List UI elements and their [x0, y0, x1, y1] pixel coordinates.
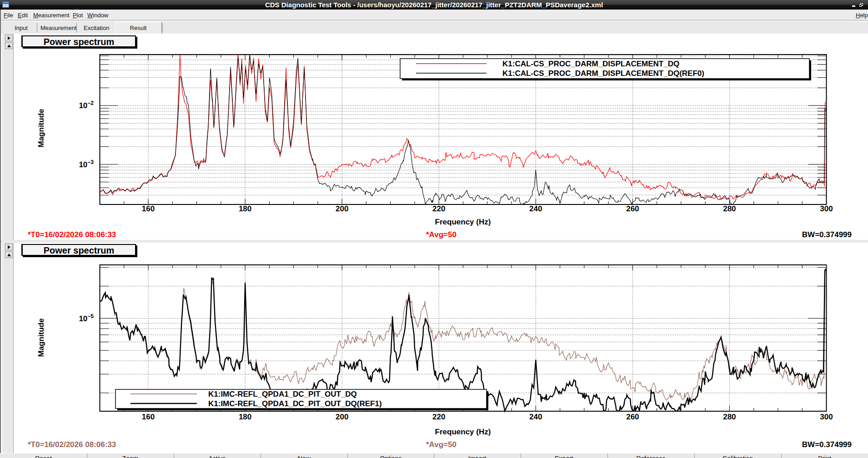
svg-text:180: 180: [239, 204, 251, 213]
svg-text:Magnitude: Magnitude: [37, 319, 45, 357]
svg-text:280: 280: [723, 413, 736, 421]
svg-text:160: 160: [142, 204, 155, 213]
svg-text:200: 200: [336, 413, 348, 421]
svg-text:BW=0.374999: BW=0.374999: [802, 230, 852, 239]
svg-text:Frequency (Hz): Frequency (Hz): [435, 218, 491, 226]
svg-text:Frequency (Hz): Frequency (Hz): [435, 428, 491, 436]
svg-text:K1:IMC-REFL_QPDA1_DC_PIT_OUT_D: K1:IMC-REFL_QPDA1_DC_PIT_OUT_DQ: [208, 390, 357, 398]
svg-text:K1:CAL-CS_PROC_DARM_DISPLACEME: K1:CAL-CS_PROC_DARM_DISPLACEMENT_DQ: [502, 60, 679, 68]
svg-text:300: 300: [820, 413, 833, 421]
svg-text:260: 260: [626, 413, 639, 421]
svg-text:220: 220: [432, 204, 445, 213]
svg-text:220: 220: [432, 413, 445, 421]
svg-text:10−3: 10−3: [79, 159, 94, 169]
svg-text:*Avg=50: *Avg=50: [426, 440, 457, 449]
svg-text:BW=0.374999: BW=0.374999: [802, 440, 852, 449]
svg-text:240: 240: [529, 204, 542, 213]
svg-text:K1:IMC-REFL_QPDA1_DC_PIT_OUT_D: K1:IMC-REFL_QPDA1_DC_PIT_OUT_DQ(REF1): [208, 399, 382, 408]
svg-text:10−5: 10−5: [79, 313, 94, 323]
svg-text:160: 160: [142, 413, 155, 421]
svg-text:180: 180: [239, 413, 251, 421]
svg-text:*T0=16/02/2026 08:06:33: *T0=16/02/2026 08:06:33: [28, 440, 116, 449]
svg-text:*Avg=50: *Avg=50: [426, 230, 457, 239]
svg-text:260: 260: [626, 204, 639, 213]
svg-text:280: 280: [723, 204, 736, 213]
svg-text:K1:CAL-CS_PROC_DARM_DISPLACEME: K1:CAL-CS_PROC_DARM_DISPLACEMENT_DQ(REF0…: [502, 69, 704, 78]
svg-text:200: 200: [336, 204, 348, 213]
svg-text:240: 240: [529, 413, 542, 421]
svg-text:Magnitude: Magnitude: [37, 109, 45, 148]
svg-text:10−2: 10−2: [79, 100, 94, 110]
svg-text:300: 300: [820, 204, 833, 213]
svg-text:*T0=16/02/2026 08:06:33: *T0=16/02/2026 08:06:33: [28, 230, 116, 239]
